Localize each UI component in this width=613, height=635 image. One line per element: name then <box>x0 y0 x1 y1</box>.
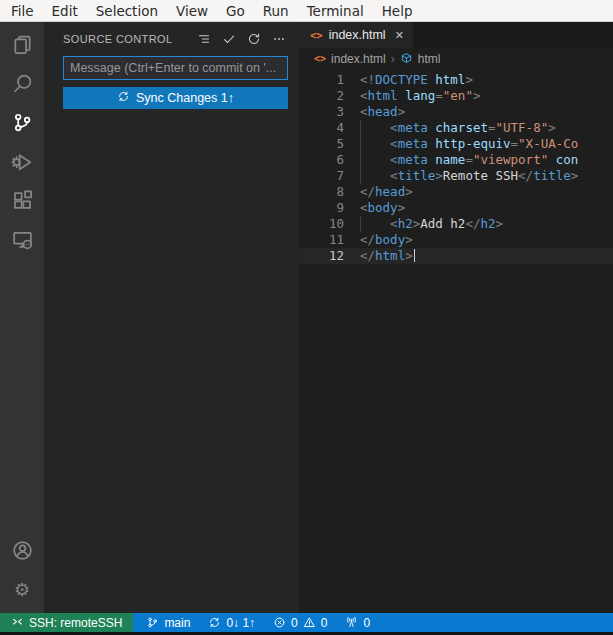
code-token: > <box>405 248 413 263</box>
ports-status[interactable]: 0 <box>336 613 379 632</box>
code-token: > <box>435 168 443 183</box>
activity-item-account[interactable] <box>0 531 44 570</box>
code-token: name <box>435 152 465 167</box>
code-token: </ <box>360 184 375 199</box>
close-icon[interactable]: ✕ <box>395 29 404 42</box>
code-token: body <box>375 232 405 247</box>
code-token: html <box>435 72 465 87</box>
sync-changes-button[interactable]: Sync Changes 1↑ <box>63 87 288 109</box>
code-line-11[interactable]: 11</body> <box>299 232 613 248</box>
activity-bar: ⚙ <box>0 22 44 613</box>
radio-tower-icon <box>345 616 358 629</box>
code-token: lang <box>405 88 435 103</box>
problems-status[interactable]: 00 <box>264 613 336 632</box>
code-token: > <box>571 168 579 183</box>
code-token: "viewport" <box>473 152 548 167</box>
commit-check-icon[interactable] <box>219 30 238 49</box>
activity-item-search[interactable] <box>0 64 44 103</box>
activity-item-settings-gear[interactable]: ⚙ <box>0 570 44 609</box>
breadcrumb-symbol[interactable]: html <box>418 52 441 66</box>
menu-item-go[interactable]: Go <box>217 2 254 20</box>
more-actions-icon[interactable] <box>269 30 288 49</box>
activity-item-source-control[interactable] <box>0 103 44 142</box>
menu-item-view[interactable]: View <box>167 2 217 20</box>
code-token <box>360 216 390 231</box>
indent-guide-line <box>360 152 361 168</box>
line-content[interactable]: <meta charset="UTF-8"> <box>360 120 613 136</box>
code-token: con <box>556 152 579 167</box>
status-bar: SSH: remoteSSHmain0↓ 1↑000 <box>0 613 613 632</box>
code-token: </ <box>465 216 480 231</box>
html-code-icon: <> <box>314 53 326 64</box>
view-as-tree-icon[interactable] <box>194 30 213 49</box>
code-line-12[interactable]: 12</html> <box>299 248 613 264</box>
line-content[interactable]: <html lang="en"> <box>360 88 613 104</box>
breadcrumb-file[interactable]: index.html <box>331 52 386 66</box>
code-line-3[interactable]: 3<head> <box>299 104 613 120</box>
line-content[interactable]: <body> <box>360 200 613 216</box>
sync-icon <box>208 616 221 629</box>
code-token: < <box>390 216 398 231</box>
code-token: = <box>435 88 443 103</box>
code-token: > <box>473 88 481 103</box>
line-content[interactable]: </head> <box>360 184 613 200</box>
code-line-2[interactable]: 2<html lang="en"> <box>299 88 613 104</box>
menu-item-terminal[interactable]: Terminal <box>298 2 373 20</box>
line-content[interactable]: <meta http-equiv="X-UA-Co <box>360 136 613 152</box>
menu-item-help[interactable]: Help <box>373 2 422 20</box>
code-line-6[interactable]: 6 <meta name="viewport" con <box>299 152 613 168</box>
line-content[interactable]: </body> <box>360 232 613 248</box>
code-token: > <box>496 216 504 231</box>
code-token: > <box>465 72 473 87</box>
line-content[interactable]: <meta name="viewport" con <box>360 152 613 168</box>
code-token: < <box>390 168 398 183</box>
remote-status[interactable]: SSH: remoteSSH <box>0 613 133 632</box>
code-editor[interactable]: 1<!DOCTYPE html>2<html lang="en">3<head>… <box>299 69 613 613</box>
code-line-7[interactable]: 7 <title>Remote SSH</title> <box>299 168 613 184</box>
editor-group: <> index.html ✕ <> index.html › html 1<!… <box>299 22 613 613</box>
code-line-10[interactable]: 10 <h2>Add h2</h2> <box>299 216 613 232</box>
code-line-1[interactable]: 1<!DOCTYPE html> <box>299 72 613 88</box>
activity-item-run-debug[interactable] <box>0 142 44 181</box>
code-token: Add h2 <box>420 216 465 231</box>
code-token: "UTF-8" <box>496 120 549 135</box>
activity-bar-top <box>0 25 44 259</box>
sync-status[interactable]: 0↓ 1↑ <box>199 613 264 632</box>
code-line-8[interactable]: 8</head> <box>299 184 613 200</box>
code-line-9[interactable]: 9<body> <box>299 200 613 216</box>
line-number: 12 <box>299 248 360 264</box>
git-branch-icon <box>146 616 159 629</box>
menu-item-edit[interactable]: Edit <box>43 2 87 20</box>
branch-status[interactable]: main <box>137 613 199 632</box>
code-token: > <box>398 104 406 119</box>
code-line-5[interactable]: 5 <meta http-equiv="X-UA-Co <box>299 136 613 152</box>
code-line-4[interactable]: 4 <meta charset="UTF-8"> <box>299 120 613 136</box>
line-content[interactable]: <title>Remote SSH</title> <box>360 168 613 184</box>
line-number: 10 <box>299 216 360 232</box>
activity-item-remote-explorer[interactable] <box>0 220 44 259</box>
line-content[interactable]: <!DOCTYPE html> <box>360 72 613 88</box>
menu-item-file[interactable]: File <box>2 2 43 20</box>
line-number: 1 <box>299 72 360 88</box>
activity-item-extensions[interactable] <box>0 181 44 220</box>
commit-message-input[interactable] <box>63 56 288 80</box>
menu-item-selection[interactable]: Selection <box>87 2 167 20</box>
search-icon <box>11 72 34 95</box>
breadcrumb: <> index.html › html <box>299 48 613 69</box>
line-content[interactable]: </html> <box>360 248 613 264</box>
refresh-icon[interactable] <box>244 30 263 49</box>
activity-bar-bottom: ⚙ <box>0 531 44 609</box>
code-token: DOCTYPE <box>375 72 428 87</box>
line-content[interactable]: <h2>Add h2</h2> <box>360 216 613 232</box>
menu-item-run[interactable]: Run <box>254 2 298 20</box>
line-content[interactable]: <head> <box>360 104 613 120</box>
code-token: html <box>375 248 405 263</box>
code-token: > <box>398 200 406 215</box>
problems-status-label: 0 <box>291 616 298 630</box>
tab-index-html[interactable]: <> index.html ✕ <box>299 22 413 48</box>
warning-icon <box>303 616 316 629</box>
code-token: meta <box>398 136 428 151</box>
code-token <box>360 168 390 183</box>
code-token: < <box>390 152 398 167</box>
activity-item-explorer[interactable] <box>0 25 44 64</box>
